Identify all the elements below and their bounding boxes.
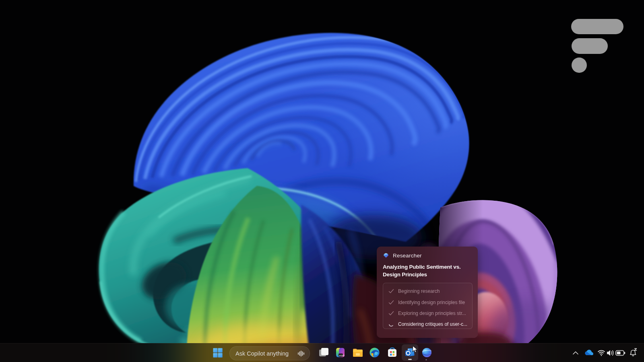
svg-text:M365: M365 bbox=[339, 354, 345, 357]
